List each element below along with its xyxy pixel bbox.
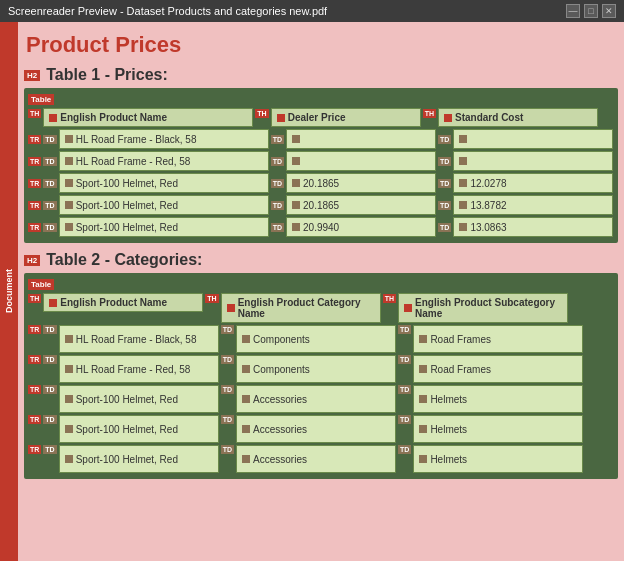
table-cell: Accessories [236, 415, 396, 443]
table-cell: 12.0278 [453, 173, 613, 193]
table2-rows: TRTDHL Road Frame - Black, 58TDComponent… [28, 325, 614, 473]
table1-title: Table 1 - Prices: [46, 66, 168, 84]
t2-col-indicator-2 [227, 304, 235, 312]
th-tag-2: TH [255, 109, 268, 118]
table-cell: 20.1865 [286, 173, 436, 193]
table-cell: Road Frames [413, 325, 583, 353]
table1-row: TRTDHL Road Frame - Black, 58TDTD [28, 129, 614, 149]
t2-col3-header: English Product Subcategory Name [398, 293, 568, 323]
t1-col3-header: Standard Cost [438, 108, 598, 127]
table-cell: Road Frames [413, 355, 583, 383]
t2-th-tag-1: TH [28, 294, 41, 303]
table1-section: H2 Table 1 - Prices: Table TH English Pr… [24, 66, 618, 243]
cell-indicator [459, 157, 467, 165]
td-tag: TD [43, 385, 56, 394]
close-button[interactable]: ✕ [602, 4, 616, 18]
td-tag: TD [271, 157, 284, 166]
table-cell: Accessories [236, 385, 396, 413]
td-tag: TD [271, 135, 284, 144]
table2-section: H2 Table 2 - Categories: Table TH Englis… [24, 251, 618, 479]
td-tag: TD [43, 325, 56, 334]
tr-tag: TR [28, 201, 41, 210]
table1-row: TRTDHL Road Frame - Red, 58TDTD [28, 151, 614, 171]
table-cell: 13.0863 [453, 217, 613, 237]
t2-col-indicator-1 [49, 299, 57, 307]
tr-tag: TR [28, 325, 41, 334]
td-tag: TD [271, 179, 284, 188]
h2-tag-2: H2 [24, 255, 40, 266]
cell-indicator [459, 135, 467, 143]
tr-tag: TR [28, 415, 41, 424]
th-tag-1: TH [28, 109, 41, 118]
tr-tag: TR [28, 385, 41, 394]
td-tag: TD [398, 445, 411, 454]
td-tag: TD [43, 157, 56, 166]
td-tag: TD [271, 201, 284, 210]
cell-indicator [65, 201, 73, 209]
col-indicator-3 [444, 114, 452, 122]
col-indicator-1 [49, 114, 57, 122]
td-tag: TD [43, 179, 56, 188]
main-content: Product Prices H2 Table 1 - Prices: Tabl… [18, 22, 624, 561]
cell-indicator [242, 365, 250, 373]
table-cell: HL Road Frame - Black, 58 [59, 325, 219, 353]
table-cell: Components [236, 355, 396, 383]
td-tag: TD [438, 223, 451, 232]
title-bar: Screenreader Preview - Dataset Products … [0, 0, 624, 22]
table2-tag: Table [28, 279, 54, 290]
table-cell: Sport-100 Helmet, Red [59, 195, 269, 215]
td-tag: TD [221, 325, 234, 334]
maximize-button[interactable]: □ [584, 4, 598, 18]
cell-indicator [242, 395, 250, 403]
table1-container: Table TH English Product Name [24, 88, 618, 243]
table1-row: TRTDSport-100 Helmet, RedTD20.9940TD13.0… [28, 217, 614, 237]
tr-tag: TR [28, 179, 41, 188]
td-tag: TD [398, 355, 411, 364]
document-label: Document [4, 269, 14, 313]
window: Screenreader Preview - Dataset Products … [0, 0, 624, 561]
t2-th-tag-3: TH [383, 294, 396, 303]
cell-indicator [292, 135, 300, 143]
td-tag: TD [43, 415, 56, 424]
cell-indicator [65, 335, 73, 343]
table-cell: Helmets [413, 445, 583, 473]
t1-col2-header-wrap: TH Dealer Price [255, 108, 420, 127]
table-cell: HL Road Frame - Red, 58 [59, 355, 219, 383]
td-tag: TD [221, 415, 234, 424]
table-cell: Sport-100 Helmet, Red [59, 173, 269, 193]
table-cell [286, 129, 436, 149]
cell-indicator [459, 223, 467, 231]
table-cell: Components [236, 325, 396, 353]
cell-indicator [292, 201, 300, 209]
td-tag: TD [438, 201, 451, 210]
cell-indicator [242, 335, 250, 343]
table1-header-row: TH English Product Name TH Dealer Pr [28, 108, 614, 127]
cell-indicator [419, 455, 427, 463]
td-tag: TD [438, 157, 451, 166]
cell-indicator [292, 157, 300, 165]
tr-tag: TR [28, 157, 41, 166]
content-area: Document Product Prices H2 Table 1 - Pri… [0, 22, 624, 561]
cell-indicator [65, 395, 73, 403]
td-tag: TD [398, 325, 411, 334]
minimize-button[interactable]: — [566, 4, 580, 18]
table-cell: Helmets [413, 385, 583, 413]
table-cell: 20.9940 [286, 217, 436, 237]
t1-col1-header-wrap: TH English Product Name [28, 108, 253, 127]
table-cell: Sport-100 Helmet, Red [59, 445, 219, 473]
table-cell [286, 151, 436, 171]
t2-col-indicator-3 [404, 304, 412, 312]
td-tag: TD [43, 201, 56, 210]
cell-indicator [65, 157, 73, 165]
cell-indicator [65, 365, 73, 373]
cell-indicator [242, 455, 250, 463]
cell-indicator [419, 335, 427, 343]
td-tag: TD [398, 415, 411, 424]
table-cell: 13.8782 [453, 195, 613, 215]
t2-col1-header-wrap: TH English Product Name [28, 293, 203, 323]
tr-tag: TR [28, 223, 41, 232]
table1-row: TRTDSport-100 Helmet, RedTD20.1865TD13.8… [28, 195, 614, 215]
table2-row: TRTDSport-100 Helmet, RedTDAccessoriesTD… [28, 445, 614, 473]
t2-col2-header-wrap: TH English Product Category Name [205, 293, 380, 323]
left-sidebar: Document [0, 22, 18, 561]
